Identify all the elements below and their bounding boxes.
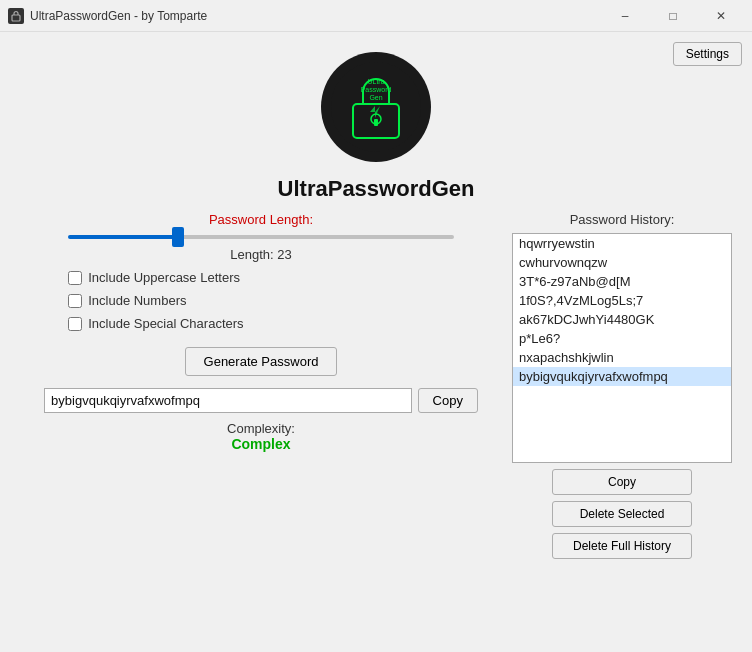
history-list-container[interactable]: hqwrryewstincwhurvownqzw3T*6-z97aNb@d[M1… xyxy=(512,233,732,463)
length-slider[interactable] xyxy=(68,235,454,239)
complexity-label: Complexity: xyxy=(227,421,295,436)
main-content: Settings ULtra Password Gen UltraPasswor… xyxy=(0,32,752,652)
complexity-row: Complexity: Complex xyxy=(227,421,295,452)
history-list-item[interactable]: cwhurvownqzw xyxy=(513,253,731,272)
app-icon xyxy=(8,8,24,24)
svg-rect-4 xyxy=(374,119,378,126)
maximize-button[interactable]: □ xyxy=(650,5,696,27)
uppercase-label: Include Uppercase Letters xyxy=(88,270,240,285)
copy-history-button[interactable]: Copy xyxy=(552,469,692,495)
history-list-item[interactable]: bybigvqukqiyrvafxwofmpq xyxy=(513,367,731,386)
title-bar-controls: – □ ✕ xyxy=(602,5,744,27)
slider-container xyxy=(68,235,454,239)
left-column: Password Length: Length: 23 Include Uppe… xyxy=(20,212,502,559)
special-checkbox[interactable] xyxy=(68,317,82,331)
svg-text:Gen: Gen xyxy=(369,94,382,101)
numbers-label: Include Numbers xyxy=(88,293,186,308)
numbers-checkbox-row: Include Numbers xyxy=(68,293,454,308)
close-button[interactable]: ✕ xyxy=(698,5,744,27)
password-length-text: Password Length: xyxy=(209,212,313,227)
title-bar: UltraPasswordGen - by Tomparte – □ ✕ xyxy=(0,0,752,32)
generate-button[interactable]: Generate Password xyxy=(185,347,338,376)
history-list-item[interactable]: 1f0S?,4VzMLog5Ls;7 xyxy=(513,291,731,310)
delete-selected-button[interactable]: Delete Selected xyxy=(552,501,692,527)
history-buttons: Copy Delete Selected Delete Full History xyxy=(512,469,732,559)
logo-image: ULtra Password Gen xyxy=(331,62,421,152)
complexity-value: Complex xyxy=(231,436,290,452)
uppercase-checkbox[interactable] xyxy=(68,271,82,285)
right-column: Password History: hqwrryewstincwhurvownq… xyxy=(512,212,732,559)
numbers-checkbox[interactable] xyxy=(68,294,82,308)
uppercase-checkbox-row: Include Uppercase Letters xyxy=(68,270,454,285)
password-length-label: Password Length: xyxy=(209,212,313,227)
app-title: UltraPasswordGen xyxy=(278,176,475,202)
history-list-item[interactable]: hqwrryewstin xyxy=(513,234,731,253)
history-list-item[interactable]: nxapachshkjwlin xyxy=(513,348,731,367)
history-list-item[interactable]: p*Le6? xyxy=(513,329,731,348)
title-bar-text: UltraPasswordGen - by Tomparte xyxy=(30,9,207,23)
logo-container: ULtra Password Gen xyxy=(321,52,431,162)
history-list: hqwrryewstincwhurvownqzw3T*6-z97aNb@d[M1… xyxy=(513,234,731,386)
history-list-item[interactable]: ak67kDCJwhYi4480GK xyxy=(513,310,731,329)
length-display: Length: 23 xyxy=(230,247,291,262)
special-label: Include Special Characters xyxy=(88,316,243,331)
svg-text:ULtra: ULtra xyxy=(367,78,384,85)
password-history-label: Password History: xyxy=(570,212,675,227)
special-checkbox-row: Include Special Characters xyxy=(68,316,454,331)
svg-rect-0 xyxy=(12,15,20,21)
password-field[interactable] xyxy=(44,388,411,413)
password-output-row: Copy xyxy=(44,388,478,413)
title-bar-left: UltraPasswordGen - by Tomparte xyxy=(8,8,207,24)
history-list-item[interactable]: 3T*6-z97aNb@d[M xyxy=(513,272,731,291)
copy-password-button[interactable]: Copy xyxy=(418,388,478,413)
minimize-button[interactable]: – xyxy=(602,5,648,27)
svg-text:Password: Password xyxy=(361,86,392,93)
two-column-layout: Password Length: Length: 23 Include Uppe… xyxy=(20,212,732,559)
delete-full-history-button[interactable]: Delete Full History xyxy=(552,533,692,559)
settings-button[interactable]: Settings xyxy=(673,42,742,66)
